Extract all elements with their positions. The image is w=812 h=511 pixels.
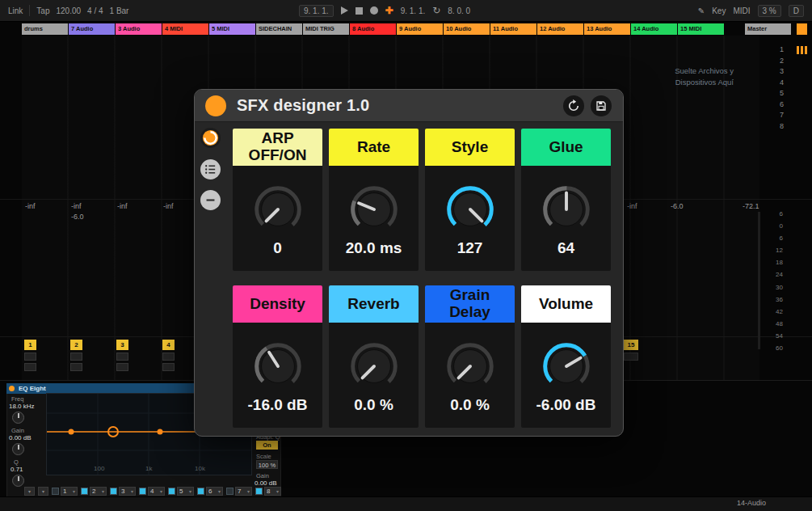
band-activator[interactable] — [110, 488, 117, 495]
scene-slot[interactable]: 5 — [766, 89, 784, 97]
track-volume-value[interactable]: -6.0 — [671, 202, 684, 210]
midi-map-button[interactable]: MIDI — [733, 6, 750, 15]
track-header[interactable]: drums — [22, 23, 68, 35]
scene-slot[interactable]: 4 — [766, 78, 784, 87]
eq-band-node[interactable] — [158, 429, 163, 435]
scene-slot[interactable]: 6 — [766, 100, 784, 108]
macro-knob[interactable] — [344, 179, 404, 239]
track-header[interactable]: 4 MIDI — [162, 23, 208, 35]
track-header[interactable]: 9 Audio — [397, 23, 443, 35]
band-select[interactable]: 2▾ — [90, 487, 107, 496]
time-signature-field[interactable]: 4 / 4 — [87, 6, 103, 15]
track-header[interactable]: 3 Audio — [116, 23, 162, 35]
arm-button[interactable] — [70, 363, 82, 371]
macro-knob[interactable] — [440, 336, 500, 396]
macro-knob[interactable] — [248, 179, 308, 239]
band-select[interactable]: 4▾ — [148, 487, 165, 496]
crossfade-assign[interactable]: D — [789, 5, 804, 17]
stop-button[interactable] — [356, 7, 363, 15]
parameter-list-button[interactable] — [200, 159, 221, 179]
macro-knob[interactable] — [248, 336, 308, 396]
eq-scale-field[interactable]: 100 % — [256, 460, 278, 469]
track-header[interactable]: SIDECHAIN — [256, 23, 302, 35]
band-select[interactable]: 8▾ — [264, 487, 281, 496]
macro-knob[interactable] — [536, 336, 596, 396]
band-activator[interactable] — [226, 488, 234, 495]
tempo-field[interactable]: 120.00 — [56, 6, 81, 15]
band-activator[interactable] — [197, 488, 204, 495]
band-select[interactable]: 3▾ — [119, 487, 136, 496]
eq-output-gain-value[interactable]: 0.00 dB — [255, 479, 277, 487]
device-activator-button[interactable] — [200, 128, 221, 148]
arm-button[interactable] — [162, 363, 175, 371]
arm-button[interactable] — [116, 363, 128, 371]
eq-adapt-toggle[interactable]: On — [256, 441, 278, 450]
scene-slot[interactable]: 7 — [766, 111, 784, 119]
band-select[interactable]: 5▾ — [177, 487, 194, 496]
track-activator[interactable]: 2 — [70, 340, 82, 350]
loop-length-field[interactable]: 8. 0. 0 — [448, 6, 470, 15]
draw-mode-icon[interactable]: ✎ — [698, 6, 705, 15]
reload-button[interactable] — [563, 95, 584, 116]
track-activator[interactable]: 3 — [116, 340, 128, 350]
track-header[interactable]: MIDI TRIG — [303, 23, 349, 35]
scene-slot[interactable]: 8 — [766, 122, 784, 130]
track-header[interactable]: 11 Audio — [490, 23, 536, 35]
record-button[interactable] — [370, 6, 378, 15]
track-activator[interactable]: 4 — [162, 340, 175, 350]
save-button[interactable] — [591, 95, 612, 116]
macro-knob[interactable] — [440, 179, 500, 239]
track-header[interactable]: 12 Audio — [537, 23, 583, 35]
sfx-window-titlebar[interactable]: SFX designer 1.0 — [195, 90, 623, 122]
macro-knob[interactable] — [536, 179, 596, 239]
band-activator[interactable] — [139, 488, 146, 495]
master-track-header[interactable]: Master — [745, 23, 791, 35]
play-button[interactable] — [341, 6, 348, 15]
arm-button[interactable] — [24, 363, 36, 371]
quantize-menu[interactable]: 1 Bar — [110, 6, 129, 15]
band-mode-menu[interactable]: ▾ — [24, 487, 35, 496]
band-activator[interactable] — [52, 488, 59, 495]
track-activator[interactable]: 1 — [24, 340, 36, 350]
eq-freq-value[interactable]: 18.0 kHz — [9, 403, 35, 410]
key-map-button[interactable]: Key — [712, 6, 726, 15]
arrangement-position-field[interactable]: 9. 1. 1. — [299, 5, 334, 17]
scene-slot[interactable]: 1 — [766, 45, 784, 53]
macro-knob[interactable] — [344, 336, 404, 396]
band-activator[interactable] — [168, 488, 175, 495]
solo-button[interactable] — [162, 353, 175, 361]
device-on-toggle[interactable] — [9, 386, 15, 391]
link-button[interactable]: Link — [8, 6, 23, 15]
eq-q-knob[interactable] — [12, 475, 24, 487]
track-header[interactable]: 14 Audio — [631, 23, 677, 35]
solo-button[interactable] — [70, 353, 82, 361]
scene-slot[interactable]: 2 — [766, 57, 784, 65]
solo-button[interactable] — [116, 353, 128, 361]
band-select[interactable]: 7▾ — [235, 487, 252, 496]
track-header[interactable]: 10 Audio — [444, 23, 490, 35]
eq-q-value[interactable]: 0.71 — [11, 466, 23, 473]
track-volume-value[interactable]: -6.0 — [71, 213, 84, 221]
eq-freq-knob[interactable] — [12, 412, 24, 424]
eq-gain-value[interactable]: 0.00 dB — [9, 434, 32, 441]
tap-tempo-button[interactable]: Tap — [36, 6, 49, 15]
loop-start-field[interactable]: 9. 1. 1. — [401, 6, 426, 15]
band-activator[interactable] — [81, 488, 88, 495]
solo-button[interactable] — [24, 353, 36, 361]
eq-gain-knob[interactable] — [12, 443, 24, 455]
band-activator[interactable] — [255, 488, 263, 495]
automation-arm-button[interactable]: ✚ — [385, 5, 393, 16]
band-select[interactable]: 1▾ — [61, 487, 78, 496]
solo-button[interactable] — [624, 353, 638, 361]
loop-icon[interactable]: ↻ — [432, 5, 440, 16]
track-header[interactable]: 13 Audio — [584, 23, 630, 35]
track-header[interactable]: 8 Audio — [350, 23, 396, 35]
track-header[interactable]: 5 MIDI — [209, 23, 255, 35]
band-select[interactable]: 6▾ — [206, 487, 223, 496]
eq-band-node[interactable] — [69, 429, 74, 435]
fold-button[interactable] — [200, 190, 221, 210]
track-header[interactable]: 7 Audio — [69, 23, 115, 35]
scene-slot[interactable]: 3 — [766, 67, 784, 75]
track-header[interactable]: 15 MIDI — [678, 23, 724, 35]
band-mode-menu[interactable]: ▾ — [38, 487, 48, 496]
